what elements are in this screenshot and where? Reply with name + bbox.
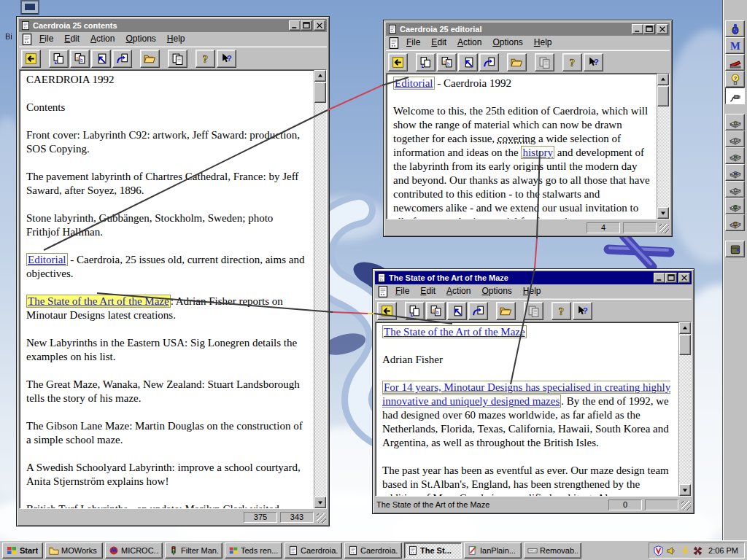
open-folder-button[interactable] xyxy=(140,50,160,68)
menu-edit[interactable]: Edit xyxy=(59,32,85,46)
open-folder-button[interactable] xyxy=(507,53,527,71)
card-device-button[interactable] xyxy=(725,181,745,198)
context-help-button[interactable]: ? xyxy=(573,302,592,320)
hand-device-button[interactable] xyxy=(725,131,745,147)
vshield-tray-icon[interactable] xyxy=(653,545,664,556)
copy-button[interactable] xyxy=(524,302,543,320)
link-in-button[interactable] xyxy=(458,53,478,71)
open-folder-button[interactable] xyxy=(496,302,516,320)
help-button[interactable]: ? xyxy=(196,50,215,68)
vertical-scrollbar[interactable] xyxy=(314,70,326,508)
taskbar-item[interactable]: Filter Man... xyxy=(165,542,222,559)
taskbar-item[interactable]: IanPlain... xyxy=(464,542,522,559)
menu-action[interactable]: Action xyxy=(452,36,487,50)
bulb-question-button[interactable]: ? xyxy=(725,71,745,88)
help-button[interactable]: ? xyxy=(551,302,571,320)
resize-grip[interactable] xyxy=(659,224,669,233)
scanner-device-button[interactable] xyxy=(725,147,745,164)
maximize-button[interactable] xyxy=(665,273,677,283)
back-button[interactable] xyxy=(377,302,397,320)
taskbar-item[interactable]: Caerdroia... xyxy=(344,542,402,559)
close-button[interactable] xyxy=(657,24,668,34)
wallet-button[interactable] xyxy=(725,241,745,257)
close-button[interactable] xyxy=(678,273,690,283)
minimize-button[interactable] xyxy=(654,273,665,283)
menu-file[interactable]: File xyxy=(34,32,58,46)
menu-action[interactable]: Action xyxy=(441,284,476,298)
back-button[interactable] xyxy=(21,50,41,68)
menu-file[interactable]: File xyxy=(390,284,414,298)
m-logo-button[interactable]: M xyxy=(725,37,745,54)
scroll-down-button[interactable] xyxy=(679,484,691,496)
menu-edit[interactable]: Edit xyxy=(426,36,452,50)
menu-help[interactable]: Help xyxy=(529,36,557,50)
copy-button[interactable] xyxy=(535,53,554,71)
link-out-button[interactable] xyxy=(112,50,132,68)
menu-action[interactable]: Action xyxy=(85,32,120,46)
back-button[interactable] xyxy=(388,53,408,71)
scroll-down-button[interactable] xyxy=(314,497,326,508)
context-help-button[interactable]: ? xyxy=(584,53,603,71)
minimize-button[interactable] xyxy=(632,24,643,34)
copy-pages-button[interactable] xyxy=(405,302,425,320)
partial-desktop-icon[interactable] xyxy=(20,0,39,15)
menu-options[interactable]: Options xyxy=(476,284,516,298)
link-in-button[interactable] xyxy=(91,50,111,68)
maximize-button[interactable] xyxy=(643,24,655,34)
taskbar-item[interactable]: The St... xyxy=(404,542,462,559)
menu-file[interactable]: File xyxy=(401,36,425,50)
context-help-button[interactable]: ? xyxy=(217,50,236,68)
replace-button[interactable]: ab xyxy=(70,50,90,68)
help-button[interactable]: ? xyxy=(562,53,582,71)
link-in-button[interactable] xyxy=(447,302,467,320)
hyperlink[interactable]: history xyxy=(521,146,554,159)
taskbar-item[interactable]: Caerdroia... xyxy=(285,542,342,559)
scrollbar-thumb[interactable] xyxy=(657,86,669,106)
resize-grip[interactable] xyxy=(317,513,326,523)
vertical-scrollbar[interactable] xyxy=(678,322,691,496)
smiley-green-device-button[interactable] xyxy=(725,198,745,214)
taskbar-item[interactable]: Teds ren... xyxy=(225,542,282,559)
resize-grip[interactable] xyxy=(681,501,691,510)
hyperlink[interactable]: Editorial xyxy=(26,253,68,266)
printer-device-button[interactable] xyxy=(725,114,745,131)
replace-button[interactable]: ab xyxy=(426,302,446,320)
hyperlink[interactable]: Editorial xyxy=(393,77,435,90)
menu-options[interactable]: Options xyxy=(487,36,527,50)
pinwheel-tray-icon[interactable] xyxy=(692,545,703,556)
runner-tray-icon[interactable] xyxy=(679,545,690,556)
titlebar[interactable]: Caerdroia 25 contents xyxy=(19,19,327,32)
taskbar-item[interactable]: MICROC... xyxy=(105,542,163,559)
scrollbar-thumb[interactable] xyxy=(314,82,326,103)
smiley-yellow-device-button[interactable] xyxy=(725,214,745,231)
taskbar-item[interactable]: MOWorks xyxy=(45,542,103,559)
titlebar[interactable]: Caerdroia 25 editorial xyxy=(386,23,670,36)
menu-help[interactable]: Help xyxy=(518,284,546,298)
copy-pages-button[interactable] xyxy=(49,50,69,68)
hyperlink[interactable]: The State of the Art of the Maze xyxy=(382,325,527,338)
menu-options[interactable]: Options xyxy=(120,32,160,46)
link-out-button[interactable] xyxy=(479,53,499,71)
menu-edit[interactable]: Edit xyxy=(415,284,441,298)
maximize-button[interactable] xyxy=(301,20,312,31)
camera-device-button[interactable] xyxy=(725,164,745,181)
hyperlink[interactable]: The State of the Art of the Maze xyxy=(26,295,171,308)
vertical-scrollbar[interactable] xyxy=(657,74,669,219)
replace-button[interactable]: ab xyxy=(437,53,457,71)
titlebar[interactable]: The State of the Art of the Maze xyxy=(375,271,692,284)
minimize-button[interactable] xyxy=(289,20,301,31)
volume-tray-icon[interactable] xyxy=(666,545,677,556)
scroll-down-button[interactable] xyxy=(657,207,669,219)
bug-button[interactable] xyxy=(725,20,745,37)
start-button[interactable]: Start xyxy=(2,542,43,559)
plug-button[interactable] xyxy=(725,88,745,104)
taskbar-item[interactable]: Removab... xyxy=(524,542,581,559)
stapler-button[interactable] xyxy=(725,54,745,71)
copy-pages-button[interactable] xyxy=(416,53,436,71)
menu-help[interactable]: Help xyxy=(162,32,190,46)
close-button[interactable] xyxy=(314,20,325,31)
copy-button[interactable] xyxy=(168,50,187,68)
scrollbar-thumb[interactable] xyxy=(679,335,691,355)
scroll-up-button[interactable] xyxy=(657,74,669,85)
scroll-up-button[interactable] xyxy=(679,322,691,334)
